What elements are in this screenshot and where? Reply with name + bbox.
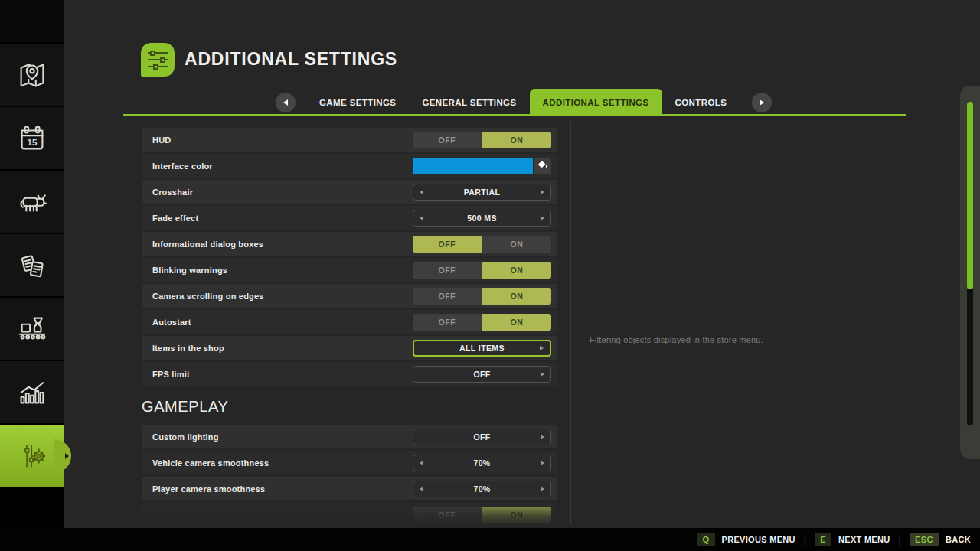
bottom-bar-action-label: PREVIOUS MENU xyxy=(722,535,795,544)
sidebar-item-production[interactable] xyxy=(0,298,64,360)
setting-label: Autostart xyxy=(152,318,191,327)
bottom-bar-action-next-menu[interactable]: ENEXT MENU xyxy=(815,533,890,546)
settings-row: OFFON xyxy=(142,503,557,527)
bottom-bar-action-back[interactable]: ESCBACK xyxy=(910,533,971,546)
tab-list: GAME SETTINGSGENERAL SETTINGSADDITIONAL … xyxy=(306,89,740,116)
setting-control: OFFON xyxy=(413,236,551,253)
settings-sliders-gear-icon xyxy=(15,439,50,474)
map-icon xyxy=(15,57,50,93)
chevron-right-icon xyxy=(760,99,764,106)
toggle-on-button[interactable]: ON xyxy=(482,236,551,253)
screen: 15 ADDITIONAL SETTINGS xyxy=(0,0,980,551)
bottom-bar-action-previous-menu[interactable]: QPREVIOUS MENU xyxy=(697,533,795,546)
bottom-bar-action-label: NEXT MENU xyxy=(838,535,890,544)
selector-value: 70% xyxy=(473,484,490,494)
settings-row-hud: HUDOFFON xyxy=(142,128,557,152)
option-selector[interactable]: 70% xyxy=(413,481,551,497)
scrollbar[interactable] xyxy=(960,86,980,459)
settings-row-fade-effect: Fade effect500 MS xyxy=(142,206,557,230)
tabs-prev-button[interactable] xyxy=(276,93,296,112)
selector-value: 500 MS xyxy=(467,214,497,223)
selector-next-arrow-icon[interactable] xyxy=(541,435,544,439)
toggle-off-button[interactable]: OFF xyxy=(413,236,482,253)
sidebar-item-animals[interactable] xyxy=(0,171,64,233)
toggle-on-button[interactable]: ON xyxy=(482,507,551,523)
main-panel: ADDITIONAL SETTINGS GAME SETTINGSGENERAL… xyxy=(64,0,980,528)
sidebar-item-statistics[interactable] xyxy=(0,361,64,423)
option-selector[interactable]: PARTIAL xyxy=(413,184,551,201)
toggle-on-button[interactable]: ON xyxy=(482,314,551,331)
toggle-off-button[interactable]: OFF xyxy=(413,288,482,305)
key-badge-q: Q xyxy=(697,533,715,546)
option-selector[interactable]: OFF xyxy=(413,429,551,445)
setting-control: OFFON xyxy=(413,288,551,305)
toggle-off-button[interactable]: OFF xyxy=(413,314,482,331)
selector-next-arrow-icon[interactable] xyxy=(541,190,544,194)
settings-row-custom-lighting: Custom lightingOFF xyxy=(142,425,557,448)
setting-control: 70% xyxy=(413,481,551,497)
settings-row-autostart: AutostartOFFON xyxy=(142,310,557,334)
settings-row-player-camera-smoothness: Player camera smoothness70% xyxy=(142,477,557,500)
settings-row-items-in-the-shop: Items in the shopALL ITEMS xyxy=(142,336,557,360)
settings-row-crosshair: CrosshairPARTIAL xyxy=(142,180,557,204)
toggle-switch: OFFON xyxy=(413,132,551,148)
cow-icon xyxy=(15,184,50,220)
slider-knob-icon xyxy=(153,64,158,70)
tab-general-settings[interactable]: GENERAL SETTINGS xyxy=(409,89,529,116)
section-title-gameplay: GAMEPLAY xyxy=(142,388,228,425)
sidebar-item-calendar[interactable]: 15 xyxy=(0,107,64,169)
selector-value: 70% xyxy=(473,458,490,468)
toggle-on-button[interactable]: ON xyxy=(482,262,551,279)
setting-control: OFFON xyxy=(413,507,551,523)
toggle-on-button[interactable]: ON xyxy=(482,132,551,148)
documents-icon xyxy=(15,248,50,283)
settings-row-fps-limit: FPS limitOFF xyxy=(142,362,557,386)
toggle-switch: OFFON xyxy=(413,288,551,305)
option-selector[interactable]: 70% xyxy=(413,455,551,471)
color-swatch[interactable] xyxy=(413,158,533,174)
setting-control: PARTIAL xyxy=(413,184,551,201)
sidebar-item-settings[interactable] xyxy=(0,425,64,487)
selector-next-arrow-icon[interactable] xyxy=(541,461,544,465)
toggle-off-button[interactable]: OFF xyxy=(413,507,482,523)
svg-text:15: 15 xyxy=(27,137,37,146)
option-selector[interactable]: OFF xyxy=(413,366,551,383)
settings-row-vehicle-camera-smoothness: Vehicle camera smoothness70% xyxy=(142,451,557,474)
selector-prev-arrow-icon[interactable] xyxy=(420,190,423,194)
selector-next-arrow-icon[interactable] xyxy=(541,372,544,377)
additional-settings-leaf-icon xyxy=(141,43,175,77)
bottom-bar-action-label: BACK xyxy=(946,535,971,544)
statistics-icon xyxy=(15,375,50,410)
tab-controls[interactable]: CONTROLS xyxy=(662,89,740,116)
option-selector[interactable]: ALL ITEMS xyxy=(413,340,551,357)
selector-next-arrow-icon[interactable] xyxy=(541,487,544,491)
tab-additional-settings[interactable]: ADDITIONAL SETTINGS xyxy=(530,89,662,116)
setting-label: Camera scrolling on edges xyxy=(152,292,264,301)
settings-row-interface-color: Interface color xyxy=(142,154,557,178)
tab-bar: GAME SETTINGSGENERAL SETTINGSADDITIONAL … xyxy=(64,89,772,116)
selector-prev-arrow-icon[interactable] xyxy=(420,461,423,465)
selector-next-arrow-icon[interactable] xyxy=(540,346,544,350)
settings-row-blinking-warnings: Blinking warningsOFFON xyxy=(142,258,557,282)
color-picker-button[interactable] xyxy=(534,158,551,174)
scrollbar-thumb[interactable] xyxy=(967,102,973,289)
bottom-bar: QPREVIOUS MENU|ENEXT MENU|ESCBACK xyxy=(0,528,980,551)
setting-control: ALL ITEMS xyxy=(413,340,551,357)
selector-prev-arrow-icon[interactable] xyxy=(420,216,423,220)
setting-label: Informational dialog boxes xyxy=(152,240,263,249)
toggle-off-button[interactable]: OFF xyxy=(413,262,482,279)
key-badge-esc: ESC xyxy=(910,533,939,546)
option-selector[interactable]: 500 MS xyxy=(413,210,551,227)
setting-label: Player camera smoothness xyxy=(152,484,265,494)
sidebar-item-contracts[interactable] xyxy=(0,234,64,296)
sidebar-item-map[interactable] xyxy=(0,44,64,106)
selector-prev-arrow-icon[interactable] xyxy=(420,487,423,491)
tab-game-settings[interactable]: GAME SETTINGS xyxy=(306,89,409,116)
selector-next-arrow-icon[interactable] xyxy=(541,216,544,220)
toggle-off-button[interactable]: OFF xyxy=(413,132,482,148)
toggle-on-button[interactable]: ON xyxy=(482,288,551,305)
tabs-next-button[interactable] xyxy=(752,93,772,112)
setting-label: Custom lighting xyxy=(152,432,219,442)
color-control xyxy=(413,158,551,174)
toggle-switch: OFFON xyxy=(413,507,551,523)
